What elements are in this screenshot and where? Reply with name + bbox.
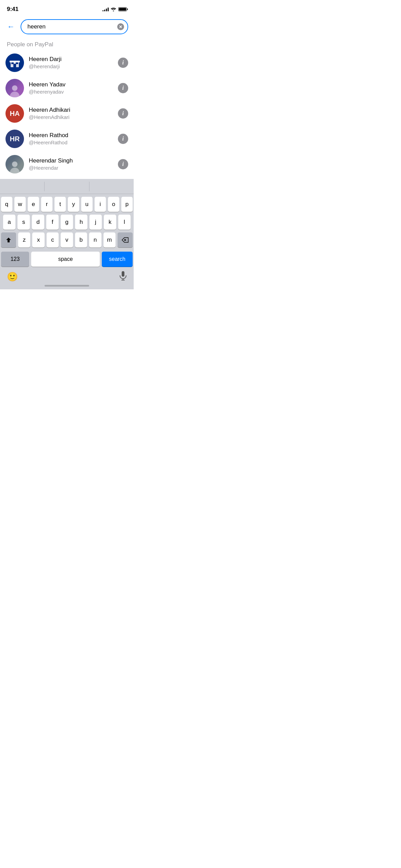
suggestion-center[interactable] [45,179,89,194]
person-info-darji: Heeren Darji @heerendarji [29,56,113,70]
back-arrow-icon: ← [7,22,15,31]
person-item-singh[interactable]: Heerendar Singh @Heerendar i [0,152,134,177]
keyboard-bottom-row: 123 space search [0,252,134,267]
info-button-adhikari[interactable]: i [118,108,128,119]
key-p[interactable]: p [121,197,133,212]
key-s[interactable]: s [17,215,30,230]
person-item-adhikari[interactable]: HA Heeren Adhikari @HeerenAdhikari i [0,101,134,126]
key-h[interactable]: h [75,215,87,230]
person-name-adhikari: Heeren Adhikari [29,106,113,114]
avatar-darji [5,53,24,72]
person-handle-yadav: @heerenyadav [29,88,113,95]
key-e[interactable]: e [28,197,39,212]
key-j[interactable]: j [89,215,102,230]
keyboard-row-1: q w e r t y u i o p [1,197,133,212]
person-item-rathod[interactable]: HR Heeren Rathod @HeerenRathod i [0,126,134,152]
key-i[interactable]: i [95,197,106,212]
person-item-yadav[interactable]: Heeren Yadav @heerenyadav i [0,75,134,101]
key-r[interactable]: r [41,197,52,212]
key-v[interactable]: v [61,232,73,248]
person-info-yadav: Heeren Yadav @heerenyadav [29,81,113,95]
suggestion-left[interactable] [0,179,44,194]
search-input[interactable] [21,19,128,34]
person-name-rathod: Heeren Rathod [29,132,113,139]
search-header: ← [0,16,134,38]
section-header: People on PayPal [0,38,134,50]
key-t[interactable]: t [54,197,66,212]
svg-rect-2 [13,64,16,67]
person-handle-rathod: @HeerenRathod [29,139,113,146]
person-info-adhikari: Heeren Adhikari @HeerenAdhikari [29,106,113,121]
key-c[interactable]: c [47,232,59,248]
people-list: Heeren Darji @heerendarji i Heeren Yadav… [0,50,134,194]
key-m[interactable]: m [104,232,116,248]
person-name-yadav: Heeren Yadav [29,81,113,88]
key-d[interactable]: d [32,215,44,230]
search-input-container [21,19,128,34]
person-info-singh: Heerendar Singh @Heerendar [29,157,113,171]
keyboard: q w e r t y u i o p a s d f g h j k l [0,179,134,289]
svg-rect-7 [122,271,124,277]
person-handle-darji: @heerendarji [29,63,113,70]
key-k[interactable]: k [104,215,116,230]
avatar-adhikari: HA [5,104,24,123]
person-item-darji[interactable]: Heeren Darji @heerendarji i [0,50,134,75]
suggestion-right[interactable] [89,179,134,194]
info-button-singh[interactable]: i [118,159,128,169]
person-info-rathod: Heeren Rathod @HeerenRathod [29,132,113,146]
key-x[interactable]: x [32,232,44,248]
info-button-darji[interactable]: i [118,58,128,68]
key-q[interactable]: q [1,197,12,212]
back-button[interactable]: ← [5,21,16,32]
info-button-rathod[interactable]: i [118,134,128,144]
svg-rect-1 [10,61,20,62]
status-time: 9:41 [7,6,19,13]
key-l[interactable]: l [118,215,131,230]
key-a[interactable]: a [3,215,15,230]
person-name-singh: Heerendar Singh [29,157,113,165]
backspace-key[interactable] [118,232,133,248]
shift-key[interactable] [1,232,16,248]
keyboard-rows: q w e r t y u i o p a s d f g h j k l [0,194,134,252]
person-name-darji: Heeren Darji [29,56,113,63]
key-u[interactable]: u [81,197,93,212]
key-w[interactable]: w [14,197,26,212]
keyboard-row-3: z x c v b n m [1,232,133,248]
key-z[interactable]: z [18,232,30,248]
svg-rect-3 [11,62,14,64]
search-key[interactable]: search [102,252,133,267]
info-button-yadav[interactable]: i [118,83,128,93]
signal-icon [102,7,109,11]
keyboard-row-2: a s d f g h j k l [1,215,133,230]
status-icons [102,7,127,11]
avatar-yadav [5,79,24,97]
home-indicator [45,285,89,287]
key-b[interactable]: b [75,232,87,248]
person-handle-singh: @Heerendar [29,165,113,171]
key-f[interactable]: f [46,215,59,230]
numbers-key[interactable]: 123 [1,252,29,267]
keyboard-suggestions [0,179,134,194]
svg-rect-4 [16,62,18,64]
key-g[interactable]: g [61,215,73,230]
person-handle-adhikari: @HeerenAdhikari [29,114,113,121]
avatar-rathod: HR [5,130,24,148]
space-key[interactable]: space [31,252,100,267]
key-y[interactable]: y [68,197,79,212]
mic-button[interactable] [119,271,127,282]
search-clear-button[interactable] [117,23,124,30]
wifi-icon [111,7,116,11]
battery-icon [118,7,127,11]
key-o[interactable]: o [108,197,119,212]
status-bar: 9:41 [0,0,134,16]
emoji-button[interactable]: 🙂 [7,272,18,282]
avatar-singh [5,155,24,173]
key-n[interactable]: n [89,232,101,248]
